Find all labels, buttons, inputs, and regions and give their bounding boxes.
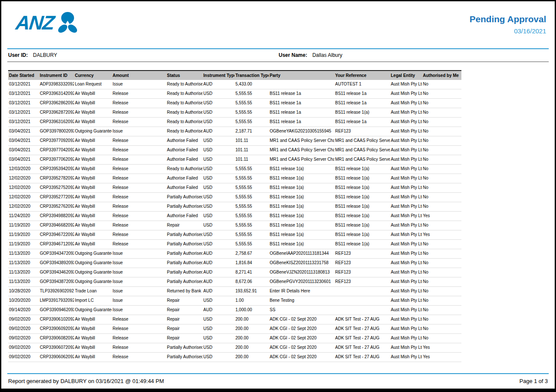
table-cell: USD [202,334,235,343]
table-cell: BS11 release 1a [269,99,334,108]
table-cell: CRP33963142092 [39,89,74,99]
table-cell: AUD [202,287,235,296]
user-id-value: DALBURY [33,52,57,58]
table-row: 09/02/2020CRP33906072092Air WaybillRelea… [8,343,461,353]
table-cell: No [422,287,461,296]
table-cell: 200.00 [235,353,269,362]
table-cell: CRP33977092092 [39,136,74,146]
table-cell: 12/02/2020 [8,183,39,193]
table-cell: Yes [422,343,461,353]
table-cell: Ready to Authorise [166,108,202,118]
table-row: 03/04/2021CRP33977062092Air WaybillRelea… [8,155,461,165]
table-cell: CRP33906102092 [39,315,74,324]
table-cell: 1,000.00 [235,306,269,315]
table-cell: BS11 release 1(a) [269,183,334,193]
table-cell: ADK CGI - 02 Sept 2020 [269,324,334,334]
table-cell: Release [112,334,166,343]
table-cell: 11/13/2020 [8,249,39,259]
table-cell: Aust Mish Pty Ltd [390,212,422,221]
column-header: Party [269,71,334,80]
table-cell: Outgoing Guarantee [74,277,112,287]
table-row: 03/12/2021CRP33963142092Air WaybillRelea… [8,89,461,99]
table-cell: SS [269,306,334,315]
table-cell: 8,672.06 [235,277,269,287]
table-cell: Issue [112,127,166,136]
table-cell: 11/19/2020 [8,240,39,249]
table-cell: Ready to Authorise [166,80,202,89]
table-cell: Outgoing Guarantee [74,127,112,136]
table-row: 03/04/2021CRP33977092092Air WaybillRelea… [8,136,461,146]
table-cell: No [422,136,461,146]
table-cell: Release [112,108,166,118]
user-id-group: User ID:DALBURY [8,52,57,58]
table-cell: CRP33977042092 [39,146,74,155]
table-cell: 12/02/2020 [8,174,39,183]
table-cell: CRP33946682092 [39,221,74,230]
table-cell: BS11 release 1(a) [334,212,390,221]
table-cell: Aust Mish Pty Ltd [390,287,422,296]
table-cell: CRP33952752092 [39,183,74,193]
table-cell: ADK SIT Test - 27 AUG [334,353,390,362]
table-cell: Partially Authorised [166,343,202,353]
table-cell: GOP33943462092 [39,268,74,277]
footer-row: Report generated by DALBURY on 03/16/202… [1,374,555,389]
table-cell: 09/02/2020 [8,315,39,324]
table-cell: OGBeneIAAP20201113181344 [269,249,334,259]
table-row: 10/20/2020LMP33917932092Import LCIssueRe… [8,296,461,306]
table-cell: Repair [166,296,202,306]
table-cell: AUD [202,268,235,277]
table-cell: CRP33906062092 [39,353,74,362]
table-cell: 5,555.55 [235,99,269,108]
table-cell: CRP33952782092 [39,174,74,183]
table-cell: Repair [166,315,202,324]
table-cell: MR1 and CAAS Policy Server Change [269,136,334,146]
table-cell: CRP33962872092 [39,108,74,118]
table-cell: Air Waybill [74,155,112,165]
table-cell: No [422,268,461,277]
table-cell: 09/02/2020 [8,353,39,362]
table-row: 09/14/2020GOP33909462092Outgoing Guarant… [8,306,461,315]
table-cell: Release [112,155,166,165]
table-cell: 1.00 [235,296,269,306]
table-row: 09/02/2020CRP33906062092Air WaybillRelea… [8,353,461,362]
column-header: Instrument Type [202,71,235,80]
table-cell: Aust Mish Pty Ltd [390,118,422,127]
table-cell: CRP33952762092 [39,202,74,212]
table-cell: Aust Mish Pty Ltd [390,315,422,324]
table-cell: Ready to Authorise [166,118,202,127]
table-cell: CRP33962862092 [39,99,74,108]
table-cell: 193,652.91 [235,287,269,296]
table-cell: Release [112,221,166,230]
table-cell [334,287,390,296]
table-cell: Air Waybill [74,240,112,249]
table-row: 03/12/2021CRP33963162092Air WaybillRelea… [8,118,461,127]
table-cell: 10/20/2020 [8,296,39,306]
table-cell: BS11 release 1(a) [269,212,334,221]
table-cell: 03/04/2021 [8,127,39,136]
table-cell: BS11 release 1(a) [269,230,334,240]
table-cell: MR1 and CAAS Policy Server Cha [334,146,390,155]
table-cell: Air Waybill [74,174,112,183]
table-row: 12/02/2020CRP33952752092Air WaybillRelea… [8,183,461,193]
table-cell: USD [202,193,235,202]
table-cell: No [422,315,461,324]
table-cell: Air Waybill [74,353,112,362]
table-cell: No [422,221,461,230]
table-cell: Outgoing Guarantee [74,259,112,268]
table-cell: BS11 release 1a [334,89,390,99]
table-cell: OGBeneVJZN20201113180813 [269,268,334,277]
table-cell: ADK CGI - 02 Sept 2020 [269,315,334,324]
table-cell: BS11 release 1(a) [334,108,390,118]
table-cell: USD [202,136,235,146]
table-cell: No [422,277,461,287]
table-cell: BS11 release 1(a) [334,202,390,212]
table-cell: BS11 release 1(a) [269,174,334,183]
table-cell: 11/13/2020 [8,259,39,268]
table-cell: USD [202,146,235,155]
table-cell: Release [112,174,166,183]
page-title: Pending Approval [470,14,546,24]
table-cell: Ready to Authorise [166,127,202,136]
table-cell: Authorise Failed [166,183,202,193]
table-cell: Aust Mish Pty Ltd [390,249,422,259]
table-cell: USD [202,118,235,127]
